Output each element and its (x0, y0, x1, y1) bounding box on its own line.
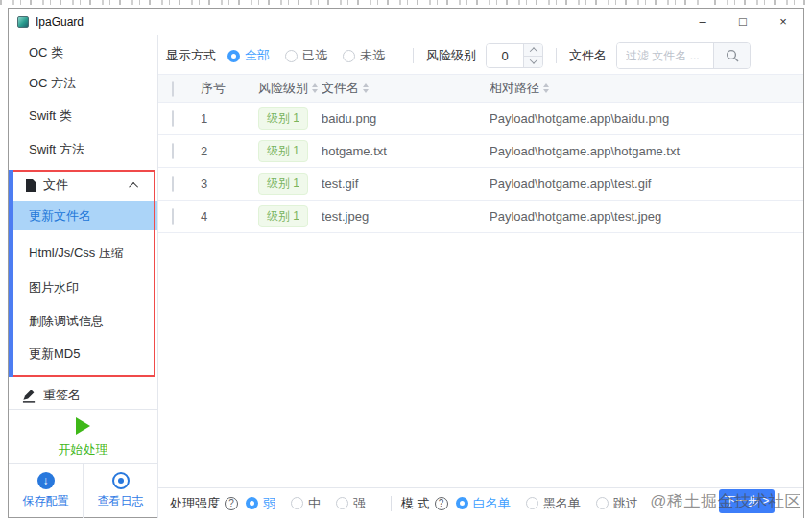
start-process-label: 开始处理 (9, 441, 157, 459)
radio-icon (285, 50, 298, 62)
radio-strength-strong[interactable]: 强 (336, 495, 366, 512)
column-header-index-label: 序号 (201, 80, 226, 97)
sidebar-footer: ↓ 保存配置 查看日志 (9, 463, 157, 518)
stepper-up-button[interactable] (524, 44, 542, 57)
radio-display-selected-label: 已选 (302, 47, 327, 64)
sign-pen-icon (22, 389, 36, 403)
window-title: IpaGuard (36, 15, 84, 29)
risk-level-input[interactable] (487, 44, 523, 67)
row-checkbox[interactable] (172, 176, 174, 192)
chevron-up-icon (529, 47, 537, 55)
bottombar-divider (391, 496, 392, 511)
sidebar-item-htmljscss-compress[interactable]: Html/Js/Css 压缩 (9, 241, 157, 266)
column-header-path-label: 相对路径 (490, 80, 539, 97)
mode-label: 模 式 (401, 495, 430, 512)
radio-display-unselected-label: 未选 (360, 47, 385, 64)
close-button[interactable]: × (763, 9, 803, 35)
radio-display-unselected[interactable]: 未选 (343, 47, 385, 64)
window-controls: – □ × (682, 9, 803, 35)
minimize-icon: – (699, 14, 705, 29)
file-path: Payload\hotgame.app\baidu.png (490, 111, 803, 126)
column-header-level-label: 风险级别 (258, 80, 308, 97)
row-checkbox[interactable] (172, 143, 174, 159)
select-all-checkbox[interactable] (172, 81, 174, 97)
radio-strength-weak[interactable]: 弱 (246, 495, 275, 512)
eye-icon (112, 472, 130, 489)
sidebar-item-swift-method[interactable]: Swift 方法 (9, 137, 157, 162)
search-button[interactable] (713, 43, 750, 68)
row-index: 3 (201, 177, 258, 191)
save-config-label: 保存配置 (23, 493, 69, 509)
sidebar-item-resign-label: 重签名 (43, 383, 81, 408)
app-window: IpaGuard – □ × OC 类 OC 方法 Swift 类 Swift … (8, 8, 804, 518)
sidebar-item-oc-class[interactable]: OC 类 (9, 40, 157, 65)
radio-display-all[interactable]: 全部 (227, 47, 270, 64)
filename-filter-input[interactable] (617, 43, 713, 68)
help-icon[interactable]: ? (435, 497, 448, 510)
radio-icon (291, 497, 303, 509)
row-index: 2 (201, 144, 258, 158)
row-checkbox[interactable] (172, 208, 174, 225)
radio-strength-strong-label: 强 (353, 495, 366, 512)
sidebar-item-remove-debug-info[interactable]: 删除调试信息 (9, 309, 157, 334)
radio-icon (526, 497, 538, 509)
filter-toolbar: 显示方式 全部 已选 未选 风险级别 文件名 (166, 41, 803, 70)
sort-icon[interactable] (543, 81, 549, 96)
row-index: 1 (201, 111, 258, 126)
sidebar-item-swift-class[interactable]: Swift 类 (9, 104, 157, 129)
view-log-button[interactable]: 查看日志 (84, 463, 157, 518)
maximize-button[interactable]: □ (723, 9, 763, 35)
start-process-button[interactable]: 开始处理 (9, 417, 157, 459)
radio-strength-weak-label: 弱 (263, 495, 275, 512)
radio-mode-skip-label: 跳过 (613, 495, 638, 512)
radio-mode-whitelist[interactable]: 白名单 (456, 495, 511, 512)
column-header-name[interactable]: 文件名 (322, 80, 490, 97)
radio-strength-medium[interactable]: 中 (291, 495, 321, 512)
help-icon[interactable]: ? (225, 497, 238, 510)
radio-mode-blacklist-label: 黑名单 (543, 495, 581, 512)
sidebar: OC 类 OC 方法 Swift 类 Swift 方法 文件 更新文件名 Htm… (9, 35, 158, 518)
sort-icon[interactable] (363, 81, 369, 96)
table-row[interactable]: 1 级别 1 baidu.png Payload\hotgame.app\bai… (158, 103, 803, 135)
sort-icon[interactable] (312, 81, 318, 96)
file-path: Payload\hotgame.app\test.gif (490, 177, 803, 191)
file-path: Payload\hotgame.app\hotgame.txt (490, 144, 803, 158)
save-config-button[interactable]: ↓ 保存配置 (9, 463, 84, 518)
play-icon (76, 417, 90, 435)
bottom-options-bar: 处理强度 ? 弱 中 强 模 式 ? 白名单 黑名单 跳过 (158, 487, 803, 518)
row-checkbox[interactable] (172, 110, 174, 127)
radio-icon (596, 497, 609, 509)
table-row[interactable]: 3 级别 1 test.gif Payload\hotgame.app\test… (158, 168, 803, 201)
radio-icon (456, 497, 468, 509)
radio-mode-blacklist[interactable]: 黑名单 (526, 495, 581, 512)
radio-mode-skip[interactable]: 跳过 (596, 495, 638, 512)
minimize-button[interactable]: – (682, 9, 723, 35)
filename-search-box (616, 42, 751, 69)
risk-level-badge: 级别 1 (258, 173, 308, 195)
sidebar-item-resign[interactable]: 重签名 (9, 383, 157, 408)
table-row[interactable]: 4 级别 1 test.jpeg Payload\hotgame.app\tes… (158, 201, 803, 233)
search-icon (726, 49, 739, 62)
risk-level-badge: 级别 1 (258, 140, 308, 162)
active-section-indicator (9, 170, 13, 377)
column-header-path[interactable]: 相对路径 (490, 80, 803, 97)
filename-label: 文件名 (569, 47, 607, 64)
next-step-button[interactable]: 下一步 > (719, 489, 775, 513)
column-header-level[interactable]: 风险级别 (258, 80, 322, 97)
risk-level-badge: 级别 1 (258, 107, 308, 130)
table-row[interactable]: 2 级别 1 hotgame.txt Payload\hotgame.app\h… (158, 135, 803, 168)
sidebar-item-update-md5[interactable]: 更新MD5 (9, 342, 157, 366)
sidebar-item-rename-file[interactable]: 更新文件名 (9, 201, 157, 230)
sidebar-item-image-watermark[interactable]: 图片水印 (9, 275, 157, 300)
sidebar-group-file[interactable]: 文件 (9, 173, 157, 198)
file-icon (26, 179, 36, 192)
chevron-down-icon (529, 57, 537, 64)
toolbar-divider (556, 48, 557, 63)
sidebar-item-oc-method[interactable]: OC 方法 (9, 71, 157, 96)
file-path: Payload\hotgame.app\test.jpeg (490, 209, 803, 224)
radio-display-selected[interactable]: 已选 (285, 47, 327, 64)
main-panel: 显示方式 全部 已选 未选 风险级别 文件名 (158, 35, 803, 518)
column-header-index[interactable]: 序号 (201, 80, 258, 97)
row-index: 4 (201, 209, 258, 224)
stepper-down-button[interactable] (524, 57, 542, 68)
